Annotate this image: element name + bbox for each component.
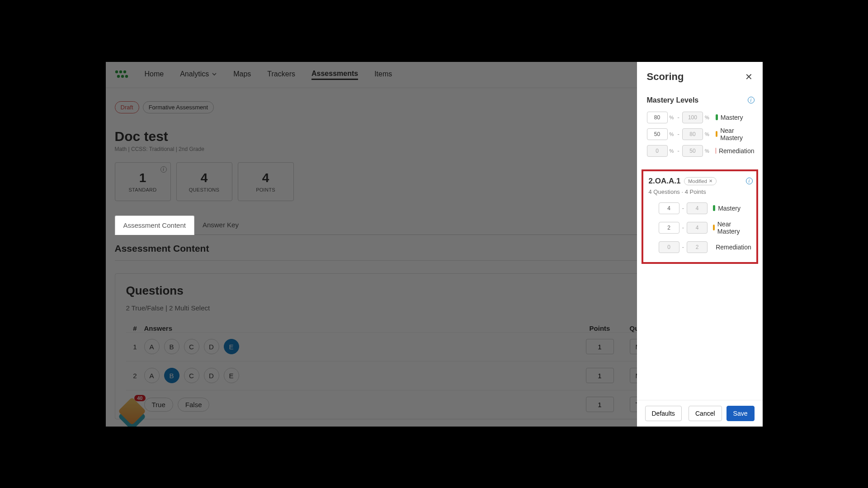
cancel-button[interactable]: Cancel xyxy=(689,406,722,421)
modified-badge[interactable]: Modified ✕ xyxy=(684,177,717,185)
save-button[interactable]: Save xyxy=(726,406,755,421)
close-icon: ✕ xyxy=(709,178,712,183)
close-icon[interactable]: ✕ xyxy=(743,71,755,82)
defaults-button[interactable]: Defaults xyxy=(645,406,682,421)
level-to-input xyxy=(682,128,703,140)
percent-label: % xyxy=(670,115,674,120)
level-name: Remediation xyxy=(719,147,755,155)
level-name: Mastery xyxy=(721,114,743,121)
standard-card: 2.OA.A.1 Modified ✕ i 4 Questions · 4 Po… xyxy=(642,169,758,264)
mastery-level-row: %-%Mastery xyxy=(637,110,763,125)
level-color-icon xyxy=(713,205,715,211)
mastery-levels-title: Mastery Levels xyxy=(647,96,699,104)
level-color-icon xyxy=(716,148,716,154)
dash: - xyxy=(682,205,684,212)
dash: - xyxy=(682,224,684,231)
panel-title: Scoring xyxy=(647,71,684,83)
level-to-input xyxy=(687,241,708,253)
level-to-input xyxy=(687,202,708,214)
level-from-input xyxy=(659,241,679,253)
percent-label: % xyxy=(705,131,709,137)
percent-label: % xyxy=(670,148,674,154)
level-to-input xyxy=(682,145,703,157)
level-to-input xyxy=(682,112,703,123)
level-from-input[interactable] xyxy=(659,222,679,234)
mastery-level-row: -Mastery xyxy=(649,201,753,216)
percent-label: % xyxy=(705,148,709,154)
level-from-input[interactable] xyxy=(647,112,668,123)
dash: - xyxy=(682,244,684,251)
level-to-input xyxy=(687,222,708,234)
level-from-input[interactable] xyxy=(647,128,668,140)
percent-label: % xyxy=(670,131,674,137)
modified-badge-label: Modified xyxy=(688,178,707,184)
info-icon[interactable]: i xyxy=(746,178,753,184)
dash: - xyxy=(677,114,679,121)
level-color-icon xyxy=(716,114,718,120)
level-name: Near Mastery xyxy=(720,127,754,141)
level-color-icon xyxy=(713,225,715,230)
standard-sub: 4 Questions · 4 Points xyxy=(649,188,753,195)
level-from-input xyxy=(647,145,668,157)
dash: - xyxy=(677,131,679,138)
mastery-level-row: -Remediation xyxy=(649,239,753,255)
level-color-icon xyxy=(716,131,717,137)
scoring-panel: Scoring ✕ Mastery Levels i %-%Mastery%-%… xyxy=(637,62,763,427)
mastery-level-row: %-%Remediation xyxy=(637,143,763,159)
mastery-level-row: -Near Mastery xyxy=(649,219,753,237)
standard-code: 2.OA.A.1 xyxy=(649,177,681,186)
info-icon[interactable]: i xyxy=(748,97,755,103)
level-from-input[interactable] xyxy=(659,202,679,214)
level-name: Near Mastery xyxy=(717,221,745,235)
level-name: Remediation xyxy=(716,244,751,251)
tab-content[interactable]: Assessment Content xyxy=(115,216,194,235)
mastery-level-row: %-%Near Mastery xyxy=(637,125,763,143)
percent-label: % xyxy=(705,115,709,120)
level-name: Mastery xyxy=(718,205,741,212)
dash: - xyxy=(677,147,679,155)
